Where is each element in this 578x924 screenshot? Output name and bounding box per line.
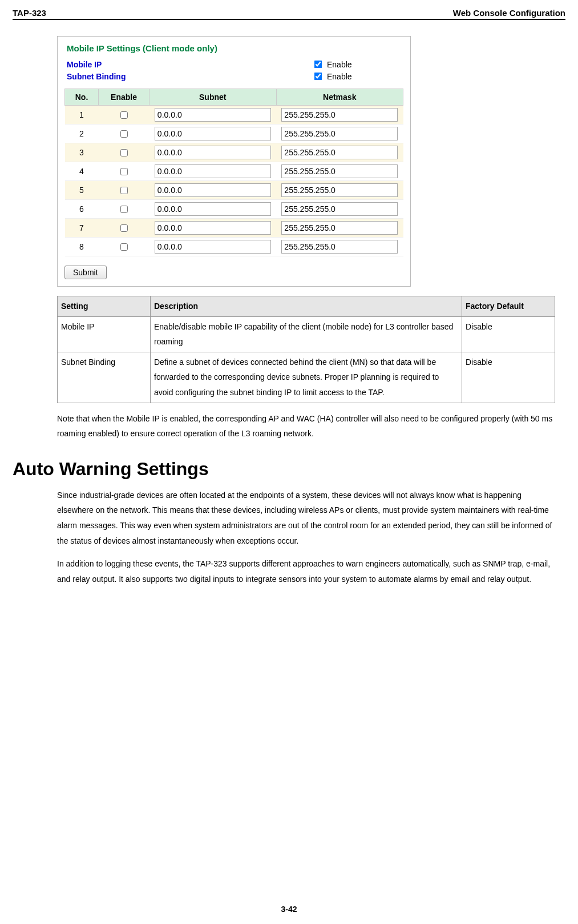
row-enable-checkbox[interactable] [120,149,128,156]
settings-description-table: Setting Description Factory Default Mobi… [57,296,555,403]
table-row: 8 [65,238,403,256]
subnet-input[interactable] [155,240,271,254]
row-enable-checkbox[interactable] [120,168,128,175]
subnet-input[interactable] [155,183,271,197]
subnet-binding-row: Subnet Binding Enable [67,71,403,82]
paragraph-2: In addition to logging these events, the… [57,556,555,586]
mobile-ip-label: Mobile IP [67,60,312,69]
subnet-table: No. Enable Subnet Netmask 12345678 [64,89,403,256]
row-enable-checkbox[interactable] [120,243,128,251]
cell-no: 7 [65,219,99,238]
subnet-input[interactable] [155,127,271,140]
cell-description: Enable/disable mobile IP capability of t… [151,316,462,352]
desc-col-default: Factory Default [462,296,555,317]
netmask-input[interactable] [281,202,398,216]
cell-no: 1 [65,106,99,124]
cell-description: Define a subnet of devices connected beh… [151,352,462,403]
submit-button[interactable]: Submit [64,266,107,279]
cell-setting: Mobile IP [58,316,151,352]
cell-no: 6 [65,200,99,219]
section-heading: Auto Warning Settings [13,459,555,480]
table-row: Subnet BindingDefine a subnet of devices… [58,352,555,403]
table-row: Mobile IPEnable/disable mobile IP capabi… [58,316,555,352]
mobile-ip-enable-text: Enable [327,60,352,69]
cell-no: 5 [65,181,99,200]
netmask-input[interactable] [281,221,398,235]
subnet-input[interactable] [155,202,271,216]
header-right: Web Console Configuration [453,8,565,18]
table-row: 7 [65,219,403,238]
mobile-ip-row: Mobile IP Enable [67,59,403,70]
row-enable-checkbox[interactable] [120,206,128,213]
col-subnet: Subnet [149,89,277,106]
subnet-binding-enable-text: Enable [327,72,352,81]
cell-no: 3 [65,143,99,162]
subnet-input[interactable] [155,108,271,122]
mobile-ip-checkbox[interactable] [314,61,322,69]
row-enable-checkbox[interactable] [120,224,128,232]
subnet-binding-label: Subnet Binding [67,72,312,81]
cell-default: Disable [462,316,555,352]
subnet-input[interactable] [155,221,271,235]
col-netmask: Netmask [276,89,403,106]
table-row: 6 [65,200,403,219]
cell-no: 4 [65,162,99,181]
table-row: 3 [65,143,403,162]
row-enable-checkbox[interactable] [120,111,128,119]
page-header: TAP-323 Web Console Configuration [13,8,565,20]
panel-title: Mobile IP Settings (Client mode only) [67,43,403,53]
desc-col-setting: Setting [58,296,151,317]
cell-no: 2 [65,124,99,143]
netmask-input[interactable] [281,240,398,254]
table-row: 5 [65,181,403,200]
subnet-input[interactable] [155,146,271,159]
header-left: TAP-323 [13,8,46,18]
netmask-input[interactable] [281,127,398,140]
col-enable: Enable [99,89,149,106]
mobile-ip-panel: Mobile IP Settings (Client mode only) Mo… [57,36,411,287]
table-row: 2 [65,124,403,143]
netmask-input[interactable] [281,108,398,122]
paragraph-1: Since industrial-grade devices are often… [57,488,555,548]
col-no: No. [65,89,99,106]
row-enable-checkbox[interactable] [120,187,128,194]
desc-col-description: Description [151,296,462,317]
table-row: 4 [65,162,403,181]
cell-setting: Subnet Binding [58,352,151,403]
row-enable-checkbox[interactable] [120,130,128,138]
cell-no: 8 [65,238,99,256]
cell-default: Disable [462,352,555,403]
subnet-input[interactable] [155,164,271,178]
netmask-input[interactable] [281,183,398,197]
table-row: 1 [65,106,403,124]
note-paragraph: Note that when the Mobile IP is enabled,… [57,411,555,441]
subnet-binding-checkbox[interactable] [314,73,322,81]
netmask-input[interactable] [281,164,398,178]
netmask-input[interactable] [281,146,398,159]
